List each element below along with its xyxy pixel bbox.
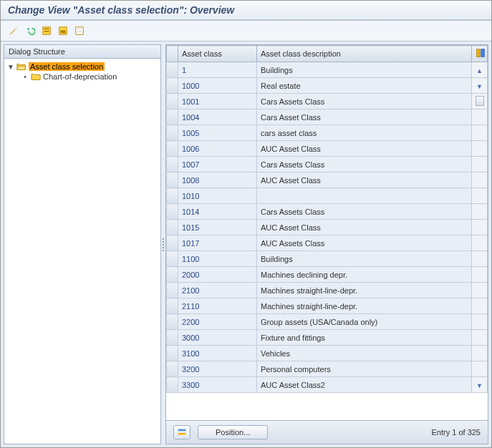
cell-asset-class[interactable]: 3100 (178, 346, 257, 361)
cell-asset-class-description[interactable]: AUC Asset Class (257, 220, 472, 235)
row-selector[interactable] (167, 298, 178, 314)
position-button[interactable]: Position... (198, 425, 268, 439)
cell-asset-class[interactable]: 1 (178, 62, 257, 78)
tree-item-asset-class-selection[interactable]: ▼ Asset class selection (6, 62, 159, 72)
row-selector[interactable] (167, 109, 178, 125)
row-selector[interactable] (167, 172, 178, 188)
row-selector[interactable] (167, 204, 178, 220)
scrollbar-track[interactable] (472, 157, 488, 172)
cell-asset-class-description[interactable]: Personal computers (257, 361, 472, 377)
scrollbar-track[interactable] (472, 172, 488, 188)
scrollbar-track[interactable] (472, 361, 488, 377)
cell-asset-class-description[interactable]: Group assets (USA/Canada only) (257, 314, 472, 330)
row-selector[interactable] (167, 377, 178, 393)
row-selector-header[interactable] (167, 46, 178, 62)
col-header-asset-class[interactable]: Asset class (178, 46, 257, 62)
cell-asset-class[interactable]: 1006 (178, 141, 257, 157)
cell-asset-class-description[interactable]: AUC Asset Class (257, 172, 472, 188)
row-selector[interactable] (167, 346, 178, 361)
cell-asset-class[interactable]: 1004 (178, 109, 257, 125)
row-selector[interactable] (167, 267, 178, 283)
undo-button[interactable] (23, 24, 37, 38)
scrollbar-track[interactable] (472, 251, 488, 267)
cell-asset-class-description[interactable]: Cars Asset Class (257, 109, 472, 125)
cell-asset-class[interactable]: 1014 (178, 204, 257, 220)
row-selector[interactable] (167, 78, 178, 94)
scrollbar-thumb[interactable] (472, 94, 488, 109)
cell-asset-class-description[interactable]: Machines straight-line-depr. (257, 298, 472, 314)
row-selector[interactable] (167, 94, 178, 109)
row-selector[interactable] (167, 283, 178, 298)
row-selector[interactable] (167, 361, 178, 377)
row-selector[interactable] (167, 330, 178, 346)
cell-asset-class[interactable]: 1010 (178, 188, 257, 204)
cell-asset-class[interactable]: 1005 (178, 125, 257, 141)
scroll-down-bottom-button[interactable] (472, 377, 488, 393)
row-selector[interactable] (167, 220, 178, 235)
cell-asset-class[interactable]: 3000 (178, 330, 257, 346)
cell-asset-class-description[interactable]: Cars Assets Class (257, 94, 472, 109)
scrollbar-track[interactable] (472, 125, 488, 141)
cell-asset-class[interactable]: 1007 (178, 157, 257, 172)
cell-asset-class-description[interactable]: Real estate (257, 78, 472, 94)
row-selector[interactable] (167, 141, 178, 157)
scrollbar-track[interactable] (472, 267, 488, 283)
scrollbar-track[interactable] (472, 346, 488, 361)
scrollbar-track[interactable] (472, 141, 488, 157)
cell-asset-class[interactable]: 1000 (178, 78, 257, 94)
cell-asset-class[interactable]: 3300 (178, 377, 257, 393)
deselect-all-button[interactable] (72, 24, 87, 38)
scrollbar-track[interactable] (472, 283, 488, 298)
scroll-down-button[interactable] (472, 78, 488, 94)
cell-asset-class-description[interactable]: Machines declining depr. (257, 267, 472, 283)
cell-asset-class[interactable]: 1100 (178, 251, 257, 267)
row-selector[interactable] (167, 235, 178, 251)
scrollbar-track[interactable] (472, 109, 488, 125)
row-selector[interactable] (167, 125, 178, 141)
cell-asset-class-description[interactable]: AUC Asset Class (257, 141, 472, 157)
cell-asset-class[interactable]: 1015 (178, 220, 257, 235)
position-icon-button[interactable] (173, 425, 190, 439)
table-row: 1007Cars Assets Class (167, 157, 488, 172)
select-block-button[interactable] (56, 24, 70, 38)
row-selector[interactable] (167, 314, 178, 330)
cell-asset-class-description[interactable]: Machines straight-line-depr. (257, 283, 472, 298)
cell-asset-class-description[interactable]: cars asset class (257, 125, 472, 141)
toolbar (1, 21, 491, 42)
col-header-asset-class-description[interactable]: Asset class description (257, 46, 472, 62)
scrollbar-track[interactable] (472, 204, 488, 220)
scrollbar-track[interactable] (472, 235, 488, 251)
scrollbar-track[interactable] (472, 220, 488, 235)
cell-asset-class[interactable]: 2100 (178, 283, 257, 298)
cell-asset-class[interactable]: 2000 (178, 267, 257, 283)
cell-asset-class[interactable]: 2200 (178, 314, 257, 330)
row-selector[interactable] (167, 62, 178, 78)
cell-asset-class[interactable]: 1017 (178, 235, 257, 251)
tree-item-chart-of-depreciation[interactable]: • Chart-of-depreciation (6, 72, 159, 82)
cell-asset-class-description[interactable]: Fixture and fittings (257, 330, 472, 346)
table-config-button[interactable] (472, 46, 488, 62)
scrollbar-track[interactable] (472, 188, 488, 204)
row-selector[interactable] (167, 251, 178, 267)
cell-asset-class-description[interactable]: AUC Assets Class (257, 235, 472, 251)
scrollbar-track[interactable] (472, 330, 488, 346)
tree-collapse-toggle[interactable]: ▼ (7, 63, 14, 71)
scroll-up-button[interactable] (472, 62, 488, 78)
cell-asset-class[interactable]: 3200 (178, 361, 257, 377)
cell-asset-class-description[interactable] (257, 188, 472, 204)
cell-asset-class-description[interactable]: Buildings (257, 62, 472, 78)
row-selector[interactable] (167, 188, 178, 204)
cell-asset-class-description[interactable]: Cars Assets Class (257, 204, 472, 220)
cell-asset-class-description[interactable]: Buildings (257, 251, 472, 267)
scrollbar-track[interactable] (472, 298, 488, 314)
change-display-button[interactable] (6, 24, 21, 38)
cell-asset-class[interactable]: 1001 (178, 94, 257, 109)
cell-asset-class[interactable]: 2110 (178, 298, 257, 314)
select-all-button[interactable] (39, 24, 54, 38)
scrollbar-track[interactable] (472, 314, 488, 330)
cell-asset-class[interactable]: 1008 (178, 172, 257, 188)
cell-asset-class-description[interactable]: Vehicles (257, 346, 472, 361)
cell-asset-class-description[interactable]: AUC Asset Class2 (257, 377, 472, 393)
cell-asset-class-description[interactable]: Cars Assets Class (257, 157, 472, 172)
row-selector[interactable] (167, 157, 178, 172)
